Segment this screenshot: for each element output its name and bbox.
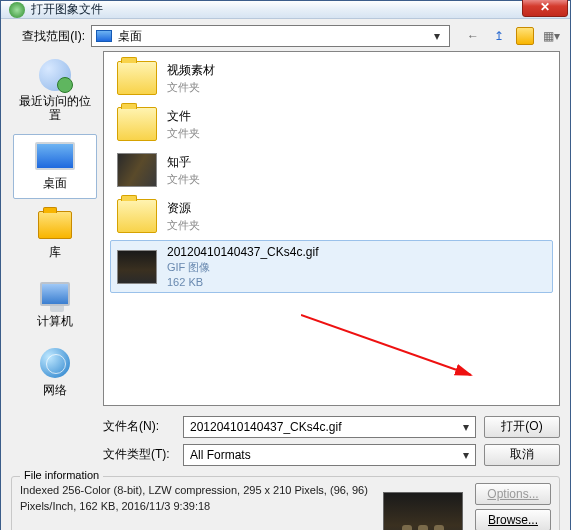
file-information-panel: File information Indexed 256-Color (8-bi… xyxy=(11,476,560,530)
filetype-row: 文件类型(T): All Formats ▾ 取消 xyxy=(103,444,560,466)
filename-label: 文件名(N): xyxy=(103,418,175,435)
lookin-value: 桌面 xyxy=(118,28,142,45)
views-icon[interactable]: ▦▾ xyxy=(542,27,560,45)
sidebar-item-label: 桌面 xyxy=(43,175,67,192)
sidebar-item-desktop[interactable]: 桌面 xyxy=(13,134,97,199)
dialog-body: 查找范围(I): 桌面 ▾ ← ↥ ▦▾ 最近访问的位置 xyxy=(1,19,570,530)
preview-thumbnail xyxy=(383,492,463,530)
file-size: 162 KB xyxy=(167,276,318,288)
filetype-label: 文件类型(T): xyxy=(103,446,175,463)
cancel-button[interactable]: 取消 xyxy=(484,444,560,466)
main-area: 最近访问的位置 桌面 库 计算机 网络 xyxy=(11,51,560,406)
lookin-combo[interactable]: 桌面 ▾ xyxy=(91,25,450,47)
list-item[interactable]: 资源 文件夹 xyxy=(110,194,553,238)
file-list[interactable]: 视频素材 文件夹 文件 文件夹 知乎 文件夹 xyxy=(103,51,560,406)
titlebar: 打开图象文件 ✕ xyxy=(1,1,570,19)
list-item[interactable]: 知乎 文件夹 xyxy=(110,148,553,192)
thumbnail-icon xyxy=(117,153,157,187)
chevron-down-icon: ▾ xyxy=(463,420,469,434)
sidebar-item-label: 库 xyxy=(49,244,61,261)
sidebar-item-libraries[interactable]: 库 xyxy=(13,203,97,268)
window-title: 打开图象文件 xyxy=(31,1,522,18)
libraries-icon xyxy=(38,211,72,239)
file-meta: GIF 图像 xyxy=(167,260,318,275)
open-button[interactable]: 打开(O) xyxy=(484,416,560,438)
new-folder-icon[interactable] xyxy=(516,27,534,45)
open-file-dialog: 打开图象文件 ✕ 查找范围(I): 桌面 ▾ ← ↥ ▦▾ 最近访问的位置 xyxy=(0,0,571,530)
app-icon xyxy=(9,2,25,18)
fileinfo-text: Indexed 256-Color (8-bit), LZW compressi… xyxy=(20,483,371,530)
filename-value: 20120410140437_CKs4c.gif xyxy=(190,420,341,434)
sidebar-item-computer[interactable]: 计算机 xyxy=(13,272,97,337)
list-item[interactable]: 文件 文件夹 xyxy=(110,102,553,146)
back-icon[interactable]: ← xyxy=(464,27,482,45)
sidebar-item-recent[interactable]: 最近访问的位置 xyxy=(13,53,97,130)
sidebar-item-network[interactable]: 网络 xyxy=(13,341,97,406)
file-name: 文件 xyxy=(167,108,200,125)
sidebar-item-label: 网络 xyxy=(43,382,67,399)
file-meta: 文件夹 xyxy=(167,80,215,95)
filetype-select[interactable]: All Formats ▾ xyxy=(183,444,476,466)
close-button[interactable]: ✕ xyxy=(522,0,568,17)
places-sidebar: 最近访问的位置 桌面 库 计算机 网络 xyxy=(11,51,99,406)
fileinfo-buttons: Options... Browse... Help xyxy=(475,483,551,530)
file-meta: 文件夹 xyxy=(167,218,200,233)
chevron-down-icon: ▾ xyxy=(429,29,445,43)
network-icon xyxy=(40,348,70,378)
folder-icon xyxy=(117,61,157,95)
recent-icon xyxy=(39,59,71,91)
chevron-down-icon: ▾ xyxy=(463,448,469,462)
computer-icon xyxy=(40,282,70,306)
file-meta: 文件夹 xyxy=(167,126,200,141)
sidebar-item-label: 计算机 xyxy=(37,313,73,330)
desktop-icon xyxy=(96,30,112,42)
gif-thumbnail-icon xyxy=(117,250,157,284)
folder-icon xyxy=(117,199,157,233)
filename-input[interactable]: 20120410140437_CKs4c.gif ▾ xyxy=(183,416,476,438)
fileinfo-legend: File information xyxy=(20,469,103,481)
lookin-row: 查找范围(I): 桌面 ▾ ← ↥ ▦▾ xyxy=(11,25,560,47)
filename-row: 文件名(N): 20120410140437_CKs4c.gif ▾ 打开(O) xyxy=(103,416,560,438)
options-button[interactable]: Options... xyxy=(475,483,551,505)
file-meta: 文件夹 xyxy=(167,172,200,187)
up-icon[interactable]: ↥ xyxy=(490,27,508,45)
list-item[interactable]: 视频素材 文件夹 xyxy=(110,56,553,100)
folder-icon xyxy=(117,107,157,141)
desktop-place-icon xyxy=(35,142,75,170)
sidebar-item-label: 最近访问的位置 xyxy=(16,94,94,123)
filename-area: 文件名(N): 20120410140437_CKs4c.gif ▾ 打开(O)… xyxy=(103,416,560,466)
filetype-value: All Formats xyxy=(190,448,251,462)
nav-icons: ← ↥ ▦▾ xyxy=(456,27,560,45)
file-name: 资源 xyxy=(167,200,200,217)
browse-button[interactable]: Browse... xyxy=(475,509,551,530)
file-name: 20120410140437_CKs4c.gif xyxy=(167,245,318,259)
file-name: 视频素材 xyxy=(167,62,215,79)
file-name: 知乎 xyxy=(167,154,200,171)
list-item-selected[interactable]: 20120410140437_CKs4c.gif GIF 图像 162 KB xyxy=(110,240,553,293)
lookin-label: 查找范围(I): xyxy=(11,28,85,45)
